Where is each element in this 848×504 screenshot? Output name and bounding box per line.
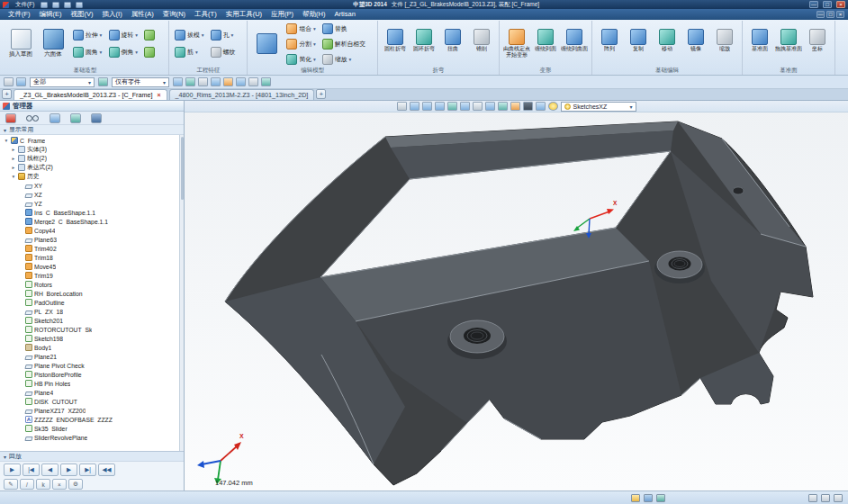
tree-item[interactable]: PistonBoreProfile: [1, 370, 184, 379]
part-icon[interactable]: [644, 494, 653, 502]
wrap-to-surface-button[interactable]: 缠绕到曲面: [561, 29, 588, 58]
play-button[interactable]: ▶: [4, 464, 21, 476]
menu-item[interactable]: 工具(T): [190, 9, 221, 20]
expander-icon[interactable]: ▸: [11, 147, 16, 152]
assembly-icon[interactable]: [656, 494, 665, 502]
tree-item[interactable]: YZ: [1, 199, 184, 208]
doc-tab[interactable]: _4800_Rims_2013M-2.Z3 - [4801_13inch_2D]: [169, 89, 315, 100]
session-manager-icon[interactable]: [5, 113, 16, 123]
doc-minimize-button[interactable]: —: [816, 11, 825, 18]
tree-item[interactable]: ▾ 历史: [1, 172, 184, 181]
expander-icon[interactable]: ▸: [11, 156, 16, 161]
close-button[interactable]: [836, 1, 845, 8]
rotate-view-icon[interactable]: [422, 102, 432, 111]
keypoint-button[interactable]: k: [36, 479, 50, 490]
tree-item[interactable]: HB Pin Holes: [1, 379, 184, 388]
curve-filter-icon[interactable]: [211, 77, 221, 86]
step-back-button[interactable]: ◀: [41, 464, 59, 476]
edit-history-button[interactable]: ✎: [4, 479, 18, 490]
wrap-to-face-button[interactable]: 缠绕到面: [532, 29, 559, 58]
snap-toggle-icon[interactable]: [248, 77, 258, 86]
rib-button[interactable]: 筋 ▾: [173, 45, 208, 60]
visibility-glasses-icon[interactable]: [26, 113, 40, 122]
doc-tab-active[interactable]: _Z3_GL_BrakesModelB_2013.Z3 - [C_Frame] …: [14, 89, 167, 100]
tree-filter-bar[interactable]: 显示常用: [0, 125, 184, 135]
menu-item[interactable]: 实用工具(U): [221, 9, 266, 20]
edge-filter-icon[interactable]: [185, 77, 195, 86]
wireframe-view-icon[interactable]: [473, 102, 483, 111]
new-tab-button[interactable]: +: [2, 89, 12, 99]
csys-button[interactable]: 坐标: [804, 29, 831, 58]
pointer-icon[interactable]: [397, 102, 407, 111]
doc-restore-button[interactable]: □: [826, 11, 834, 18]
menu-item[interactable]: 文件(F): [4, 9, 35, 20]
sheet-icon[interactable]: [631, 494, 640, 502]
expander-icon[interactable]: ▸: [11, 165, 16, 170]
revolve-button[interactable]: 旋转 ▾: [107, 28, 142, 43]
extrude-button[interactable]: 拉伸 ▾: [71, 28, 106, 43]
expander-icon[interactable]: ▾: [11, 174, 16, 179]
tree-item[interactable]: ▸ 表达式(2): [1, 163, 184, 172]
menu-item[interactable]: 应用(P): [266, 9, 298, 20]
filter-list-icon[interactable]: [4, 77, 14, 86]
perspective-icon[interactable]: [485, 102, 495, 111]
tree-item[interactable]: ▸ 线框(2): [1, 154, 184, 163]
scrollbar-thumb[interactable]: [181, 137, 185, 200]
pan-icon[interactable]: [410, 102, 419, 111]
tree-item[interactable]: Move45: [1, 262, 184, 271]
component-filter-icon[interactable]: [236, 77, 246, 86]
brake-caliper-model[interactable]: [225, 122, 813, 485]
tree-item[interactable]: Sketch198: [1, 334, 184, 343]
section-toggle-icon[interactable]: [261, 77, 271, 86]
assembly-manager-icon[interactable]: [91, 113, 102, 123]
block-button[interactable]: 六面体: [38, 29, 68, 58]
tree-item[interactable]: Trim19: [1, 271, 184, 280]
mirror-button[interactable]: 镜像: [682, 29, 709, 58]
new-file-icon[interactable]: [41, 2, 48, 8]
tree-scrollbar[interactable]: [179, 135, 184, 451]
zoom-all-icon[interactable]: [447, 102, 457, 111]
tree-item[interactable]: ▸ 实体(3): [1, 145, 184, 154]
tree-item[interactable]: Sk35_Slider: [1, 424, 184, 433]
replay-settings-button[interactable]: ⚙: [68, 479, 83, 490]
chamfer-button[interactable]: 倒角 ▾: [107, 45, 142, 60]
hole-button[interactable]: 孔 ▾: [209, 28, 244, 43]
tree-item[interactable]: ▾ C_Frame: [1, 136, 184, 145]
zoom-icon[interactable]: [435, 102, 445, 111]
fillet-button[interactable]: 圆角 ▾: [71, 45, 106, 60]
menu-item[interactable]: 视图(V): [67, 9, 98, 20]
surfaces-filter-icon[interactable]: [70, 113, 81, 123]
resolve-self-intersect-button[interactable]: 解析自相交: [320, 37, 374, 50]
face-filter-icon[interactable]: [173, 77, 183, 86]
deform-by-curve-button[interactable]: 由曲线定点开始变形: [503, 29, 530, 58]
datum-plane-button[interactable]: 基准面: [746, 29, 773, 58]
tree-item[interactable]: PadOutline: [1, 298, 184, 307]
scale-geometry-button[interactable]: 缩放: [711, 29, 738, 58]
layer-icon[interactable]: [536, 102, 546, 111]
tree-item[interactable]: Sketch201: [1, 316, 184, 325]
pointer-mode-icon[interactable]: [834, 494, 843, 502]
tree-item[interactable]: ZZZZZ_ENDOFBASE_ZZZZ: [1, 415, 184, 424]
menu-item[interactable]: 查询(N): [158, 9, 190, 20]
probe-button[interactable]: /: [20, 479, 34, 490]
close-tab-icon[interactable]: ×: [157, 92, 160, 98]
insert-sketch-button[interactable]: 插入草图: [5, 29, 36, 58]
background-icon[interactable]: [523, 102, 533, 111]
minimize-button[interactable]: [809, 1, 818, 8]
tree-item[interactable]: PlaneXZ17_XZ200: [1, 406, 184, 415]
maximize-button[interactable]: [823, 1, 832, 8]
sweep-icon-button[interactable]: [142, 28, 165, 43]
menu-item[interactable]: Artisan: [330, 9, 360, 20]
entity-filter-icon[interactable]: [98, 77, 108, 86]
tree-item[interactable]: Trim18: [1, 253, 184, 262]
vertex-filter-icon[interactable]: [198, 77, 208, 86]
tree-item[interactable]: PL_ZX_18: [1, 307, 184, 316]
tree-item[interactable]: Rotors: [1, 280, 184, 289]
menu-item[interactable]: 插入(I): [98, 9, 127, 20]
twist-button[interactable]: 扭曲: [439, 29, 466, 58]
tree-item[interactable]: Plane21: [1, 352, 184, 361]
tree-item[interactable]: Plane4: [1, 388, 184, 397]
expander-icon[interactable]: ▾: [4, 138, 9, 143]
step-first-button[interactable]: |◀: [23, 464, 40, 476]
copy-button[interactable]: 复制: [625, 29, 652, 58]
